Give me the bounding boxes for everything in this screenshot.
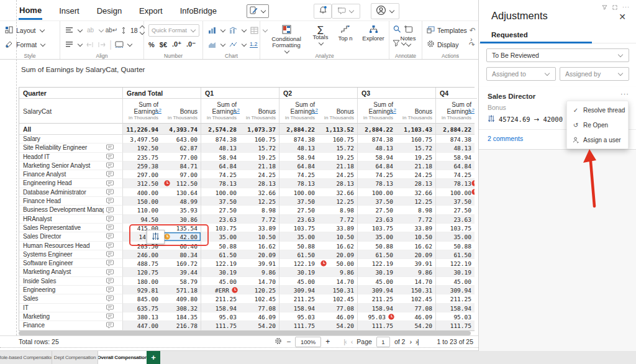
row-comment-indicator[interactable] [104, 179, 122, 188]
data-cell[interactable]: 100.00 [357, 188, 396, 197]
data-cell[interactable]: 169.72 [161, 259, 201, 268]
data-cell[interactable]: 122.19 [435, 259, 475, 268]
row-comment-indicator[interactable] [104, 197, 122, 206]
data-cell[interactable]: 1,113.52 [318, 124, 357, 135]
data-cell[interactable]: 21.18 [318, 162, 357, 170]
data-cell[interactable]: 54.20 [240, 321, 279, 330]
data-cell[interactable]: 312.50 [122, 179, 161, 188]
row-header[interactable]: Engineering [19, 286, 104, 294]
column-header-q1[interactable]: Q1 [201, 88, 279, 99]
prev-page-button[interactable]: ‹ [351, 338, 353, 345]
row-header[interactable]: Finance [19, 321, 104, 330]
data-cell[interactable]: 102.45 [240, 294, 279, 303]
page-number-input[interactable]: 1 [376, 337, 390, 347]
data-cell[interactable]: 30.19 [279, 268, 318, 276]
data-cell[interactable]: 32.66 [318, 188, 357, 197]
data-cell[interactable]: 9.86 [396, 268, 435, 276]
data-cell[interactable]: 64.84 [435, 162, 475, 170]
data-cell[interactable]: 95.03 [201, 312, 240, 321]
data-cell[interactable]: 35.00 [357, 232, 396, 241]
data-cell[interactable]: 135.54 [161, 224, 201, 232]
combo-chart-icon[interactable] [229, 27, 238, 34]
data-cell[interactable]: 27.50 [435, 206, 475, 214]
data-cell[interactable]: 122.19 [201, 259, 240, 268]
row-comment-indicator[interactable] [104, 321, 122, 330]
row-header[interactable]: Marketing Analyst [19, 268, 104, 276]
data-cell[interactable]: 7.72 [318, 215, 357, 224]
data-cell[interactable]: 2,884.22 [357, 124, 396, 135]
format-button[interactable]: Format [4, 37, 57, 52]
data-cell[interactable]: 32.66 [240, 188, 279, 197]
data-cell[interactable]: 160.75 [240, 135, 279, 143]
quarter-dimension-header[interactable]: Quarter [19, 88, 122, 99]
numeric-point-icon[interactable]: 1.2 [250, 41, 258, 48]
data-cell[interactable]: 9.86 [318, 268, 357, 276]
row-header[interactable]: Marketing Senior Analyst [19, 162, 104, 170]
data-cell[interactable]: 10.50 [318, 232, 357, 241]
row-header[interactable]: IT [19, 304, 104, 312]
edit-mode-button[interactable] [247, 4, 269, 18]
row-comment-indicator[interactable] [104, 143, 122, 152]
data-cell[interactable]: 64.84 [279, 162, 318, 170]
row-header[interactable]: Site Reliability Engineer [19, 143, 104, 152]
data-cell[interactable]: 180.00 [122, 277, 161, 286]
row-comment-indicator[interactable] [104, 304, 122, 312]
data-cell[interactable]: 7.72 [240, 215, 279, 224]
abbreviate-icon[interactable]: ab [86, 27, 95, 34]
data-cell[interactable]: 874.38 [201, 135, 240, 143]
display-button[interactable]: Display [427, 39, 458, 50]
data-cell[interactable]: 24.25 [318, 170, 357, 179]
row-comment-indicator[interactable] [104, 153, 122, 162]
next-page-button[interactable]: › [409, 338, 411, 345]
measure-header-bonus[interactable]: Bonusin Thousands [240, 99, 279, 124]
data-cell[interactable]: 14.70 [318, 277, 357, 286]
measure-header-bonus[interactable]: Bonusin Thousands [161, 99, 201, 124]
data-cell[interactable]: 2,574.28 [201, 124, 240, 135]
data-cell[interactable]: 37.50 [357, 197, 396, 206]
column-header-q2[interactable]: Q2 [279, 88, 357, 99]
data-cell[interactable]: 211.25 [201, 294, 240, 303]
data-cell[interactable]: 184.35 [161, 312, 201, 321]
data-cell[interactable]: 15.72 [396, 143, 435, 152]
row-header[interactable]: Business Development Manager [19, 206, 104, 214]
data-cell[interactable]: 50.88 [357, 242, 396, 250]
data-cell[interactable]: 33.89 [396, 224, 435, 232]
data-cell[interactable]: 61.50 [279, 250, 318, 259]
data-cell[interactable]: 80.34 [161, 250, 201, 259]
data-cell[interactable]: 16.62 [240, 242, 279, 250]
data-cell[interactable]: 15.72 [318, 143, 357, 152]
zoom-level[interactable]: 100% [295, 337, 321, 347]
data-cell[interactable]: 571.18 [161, 286, 201, 294]
data-cell[interactable]: 28.13 [396, 179, 435, 188]
data-cell[interactable]: 150.31 [318, 286, 357, 294]
notes-button[interactable]: Notes [394, 24, 422, 48]
data-cell[interactable]: 380.13 [122, 312, 161, 321]
data-cell[interactable]: 94.50 [122, 215, 161, 224]
zoom-out-button[interactable]: − [286, 337, 291, 346]
data-cell[interactable]: 48.13 [279, 143, 318, 152]
row-comment-indicator[interactable] [104, 242, 122, 250]
data-cell[interactable]: 77.08 [396, 304, 435, 312]
menu-item-assign-a-user[interactable]: Assign a user [567, 132, 628, 147]
templates-button[interactable]: Templates [427, 25, 467, 36]
data-cell[interactable]: 24.25 [396, 170, 435, 179]
data-cell[interactable]: 874.38 [435, 135, 475, 143]
font-size-stepper[interactable] [140, 26, 144, 34]
data-cell[interactable]: 158.94 [279, 304, 318, 312]
data-cell[interactable]: 21.18 [240, 162, 279, 170]
menu-item-resolve-thread[interactable]: ✓ Resolve thread [567, 102, 628, 117]
data-cell[interactable]: 488.75 [122, 259, 161, 268]
data-cell[interactable]: 11,226.94 [122, 124, 161, 135]
data-cell[interactable]: 160.75 [318, 135, 357, 143]
data-cell[interactable]: 246.00 [122, 250, 161, 259]
notifications-button[interactable] [314, 4, 332, 19]
percent-format-button[interactable]: % [148, 41, 155, 48]
menu-export[interactable]: Export [139, 2, 163, 19]
data-cell[interactable]: 74.25 [357, 170, 396, 179]
data-cell[interactable]: 160.75 [396, 135, 435, 143]
data-cell[interactable]: 12.25 [396, 197, 435, 206]
data-cell[interactable]: 58.79 [161, 277, 201, 286]
data-cell[interactable]: 95.03 [279, 312, 318, 321]
data-cell[interactable]: 192.50 [122, 143, 161, 152]
data-cell[interactable]: 929.81 [122, 286, 161, 294]
